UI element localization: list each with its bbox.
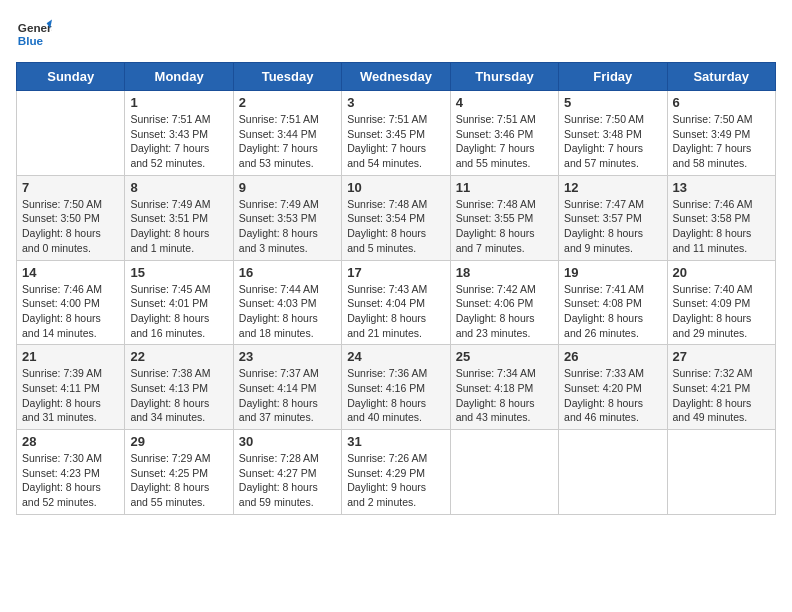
day-number: 5 [564, 95, 661, 110]
calendar-cell: 27Sunrise: 7:32 AM Sunset: 4:21 PM Dayli… [667, 345, 775, 430]
day-info: Sunrise: 7:47 AM Sunset: 3:57 PM Dayligh… [564, 197, 661, 256]
day-info: Sunrise: 7:43 AM Sunset: 4:04 PM Dayligh… [347, 282, 444, 341]
svg-text:Blue: Blue [18, 34, 44, 47]
day-number: 26 [564, 349, 661, 364]
day-info: Sunrise: 7:46 AM Sunset: 4:00 PM Dayligh… [22, 282, 119, 341]
header: General Blue [16, 16, 776, 52]
calendar-cell: 15Sunrise: 7:45 AM Sunset: 4:01 PM Dayli… [125, 260, 233, 345]
day-info: Sunrise: 7:40 AM Sunset: 4:09 PM Dayligh… [673, 282, 770, 341]
day-number: 19 [564, 265, 661, 280]
day-info: Sunrise: 7:28 AM Sunset: 4:27 PM Dayligh… [239, 451, 336, 510]
day-number: 27 [673, 349, 770, 364]
calendar-cell: 29Sunrise: 7:29 AM Sunset: 4:25 PM Dayli… [125, 430, 233, 515]
day-header-thursday: Thursday [450, 63, 558, 91]
calendar-cell [559, 430, 667, 515]
calendar-cell: 23Sunrise: 7:37 AM Sunset: 4:14 PM Dayli… [233, 345, 341, 430]
day-info: Sunrise: 7:26 AM Sunset: 4:29 PM Dayligh… [347, 451, 444, 510]
calendar-cell [667, 430, 775, 515]
day-number: 12 [564, 180, 661, 195]
day-info: Sunrise: 7:51 AM Sunset: 3:46 PM Dayligh… [456, 112, 553, 171]
day-number: 6 [673, 95, 770, 110]
day-number: 29 [130, 434, 227, 449]
calendar-cell: 1Sunrise: 7:51 AM Sunset: 3:43 PM Daylig… [125, 91, 233, 176]
day-number: 18 [456, 265, 553, 280]
day-number: 13 [673, 180, 770, 195]
day-info: Sunrise: 7:34 AM Sunset: 4:18 PM Dayligh… [456, 366, 553, 425]
day-number: 23 [239, 349, 336, 364]
day-info: Sunrise: 7:32 AM Sunset: 4:21 PM Dayligh… [673, 366, 770, 425]
day-number: 7 [22, 180, 119, 195]
calendar-cell: 18Sunrise: 7:42 AM Sunset: 4:06 PM Dayli… [450, 260, 558, 345]
day-number: 2 [239, 95, 336, 110]
day-info: Sunrise: 7:50 AM Sunset: 3:48 PM Dayligh… [564, 112, 661, 171]
day-header-saturday: Saturday [667, 63, 775, 91]
day-number: 17 [347, 265, 444, 280]
day-header-sunday: Sunday [17, 63, 125, 91]
calendar-body: 1Sunrise: 7:51 AM Sunset: 3:43 PM Daylig… [17, 91, 776, 515]
day-number: 16 [239, 265, 336, 280]
day-header-friday: Friday [559, 63, 667, 91]
calendar-table: SundayMondayTuesdayWednesdayThursdayFrid… [16, 62, 776, 515]
day-number: 15 [130, 265, 227, 280]
calendar-cell: 12Sunrise: 7:47 AM Sunset: 3:57 PM Dayli… [559, 175, 667, 260]
week-row-0: 1Sunrise: 7:51 AM Sunset: 3:43 PM Daylig… [17, 91, 776, 176]
day-info: Sunrise: 7:51 AM Sunset: 3:43 PM Dayligh… [130, 112, 227, 171]
calendar-cell: 21Sunrise: 7:39 AM Sunset: 4:11 PM Dayli… [17, 345, 125, 430]
day-info: Sunrise: 7:50 AM Sunset: 3:49 PM Dayligh… [673, 112, 770, 171]
calendar-cell [450, 430, 558, 515]
day-info: Sunrise: 7:33 AM Sunset: 4:20 PM Dayligh… [564, 366, 661, 425]
day-header-wednesday: Wednesday [342, 63, 450, 91]
calendar-cell: 19Sunrise: 7:41 AM Sunset: 4:08 PM Dayli… [559, 260, 667, 345]
day-number: 8 [130, 180, 227, 195]
calendar-cell: 24Sunrise: 7:36 AM Sunset: 4:16 PM Dayli… [342, 345, 450, 430]
day-info: Sunrise: 7:51 AM Sunset: 3:44 PM Dayligh… [239, 112, 336, 171]
day-info: Sunrise: 7:49 AM Sunset: 3:53 PM Dayligh… [239, 197, 336, 256]
day-number: 28 [22, 434, 119, 449]
day-info: Sunrise: 7:36 AM Sunset: 4:16 PM Dayligh… [347, 366, 444, 425]
day-info: Sunrise: 7:45 AM Sunset: 4:01 PM Dayligh… [130, 282, 227, 341]
calendar-cell: 7Sunrise: 7:50 AM Sunset: 3:50 PM Daylig… [17, 175, 125, 260]
calendar-cell: 8Sunrise: 7:49 AM Sunset: 3:51 PM Daylig… [125, 175, 233, 260]
calendar-cell: 2Sunrise: 7:51 AM Sunset: 3:44 PM Daylig… [233, 91, 341, 176]
day-number: 22 [130, 349, 227, 364]
day-number: 10 [347, 180, 444, 195]
day-number: 20 [673, 265, 770, 280]
week-row-1: 7Sunrise: 7:50 AM Sunset: 3:50 PM Daylig… [17, 175, 776, 260]
calendar-cell: 14Sunrise: 7:46 AM Sunset: 4:00 PM Dayli… [17, 260, 125, 345]
day-number: 4 [456, 95, 553, 110]
calendar-cell: 6Sunrise: 7:50 AM Sunset: 3:49 PM Daylig… [667, 91, 775, 176]
calendar-cell: 31Sunrise: 7:26 AM Sunset: 4:29 PM Dayli… [342, 430, 450, 515]
calendar-cell: 9Sunrise: 7:49 AM Sunset: 3:53 PM Daylig… [233, 175, 341, 260]
day-info: Sunrise: 7:48 AM Sunset: 3:54 PM Dayligh… [347, 197, 444, 256]
day-number: 14 [22, 265, 119, 280]
calendar-header-row: SundayMondayTuesdayWednesdayThursdayFrid… [17, 63, 776, 91]
day-info: Sunrise: 7:38 AM Sunset: 4:13 PM Dayligh… [130, 366, 227, 425]
calendar-cell [17, 91, 125, 176]
calendar-cell: 10Sunrise: 7:48 AM Sunset: 3:54 PM Dayli… [342, 175, 450, 260]
day-header-tuesday: Tuesday [233, 63, 341, 91]
day-info: Sunrise: 7:46 AM Sunset: 3:58 PM Dayligh… [673, 197, 770, 256]
day-number: 30 [239, 434, 336, 449]
day-number: 21 [22, 349, 119, 364]
day-info: Sunrise: 7:49 AM Sunset: 3:51 PM Dayligh… [130, 197, 227, 256]
calendar-cell: 11Sunrise: 7:48 AM Sunset: 3:55 PM Dayli… [450, 175, 558, 260]
day-info: Sunrise: 7:29 AM Sunset: 4:25 PM Dayligh… [130, 451, 227, 510]
day-info: Sunrise: 7:39 AM Sunset: 4:11 PM Dayligh… [22, 366, 119, 425]
day-info: Sunrise: 7:44 AM Sunset: 4:03 PM Dayligh… [239, 282, 336, 341]
logo-icon: General Blue [16, 16, 52, 52]
day-number: 31 [347, 434, 444, 449]
calendar-cell: 17Sunrise: 7:43 AM Sunset: 4:04 PM Dayli… [342, 260, 450, 345]
day-number: 11 [456, 180, 553, 195]
day-info: Sunrise: 7:50 AM Sunset: 3:50 PM Dayligh… [22, 197, 119, 256]
calendar-cell: 16Sunrise: 7:44 AM Sunset: 4:03 PM Dayli… [233, 260, 341, 345]
day-number: 25 [456, 349, 553, 364]
day-info: Sunrise: 7:30 AM Sunset: 4:23 PM Dayligh… [22, 451, 119, 510]
calendar-cell: 20Sunrise: 7:40 AM Sunset: 4:09 PM Dayli… [667, 260, 775, 345]
day-info: Sunrise: 7:37 AM Sunset: 4:14 PM Dayligh… [239, 366, 336, 425]
day-number: 1 [130, 95, 227, 110]
calendar-cell: 4Sunrise: 7:51 AM Sunset: 3:46 PM Daylig… [450, 91, 558, 176]
calendar-cell: 28Sunrise: 7:30 AM Sunset: 4:23 PM Dayli… [17, 430, 125, 515]
day-info: Sunrise: 7:51 AM Sunset: 3:45 PM Dayligh… [347, 112, 444, 171]
day-number: 9 [239, 180, 336, 195]
week-row-2: 14Sunrise: 7:46 AM Sunset: 4:00 PM Dayli… [17, 260, 776, 345]
